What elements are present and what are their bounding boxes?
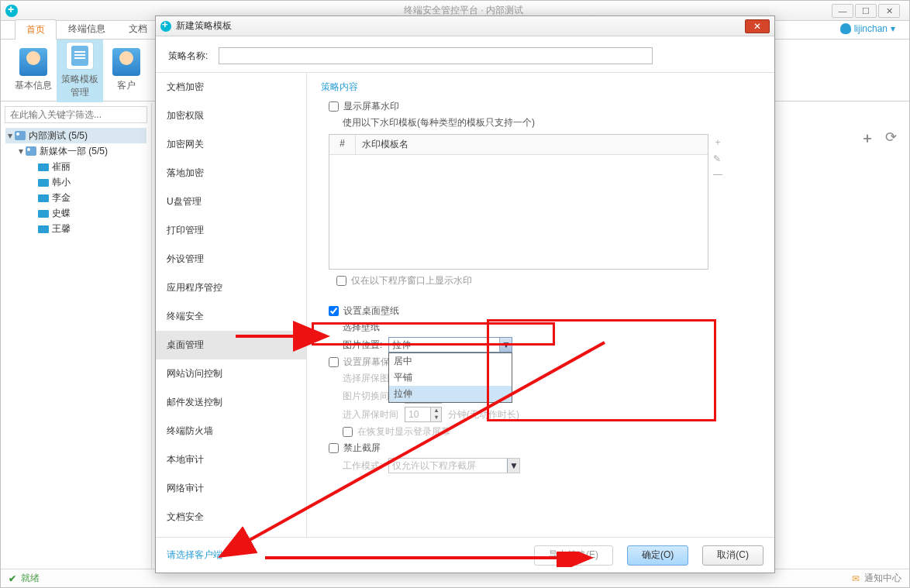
category-item[interactable]: 外设管理	[156, 245, 306, 273]
forbid-screenshot-checkbox[interactable]	[329, 443, 339, 453]
image-position-option[interactable]: 平铺	[389, 370, 512, 386]
category-item[interactable]: 邮件发送控制	[156, 388, 306, 417]
enter-time-stepper[interactable]: 10▴▾	[405, 407, 442, 422]
chevron-down-icon: ▾	[891, 23, 895, 34]
chevron-down-icon: ▼	[507, 459, 519, 473]
envelope-icon: ✉	[852, 573, 860, 584]
category-item[interactable]: 落地加密	[156, 159, 306, 187]
set-wallpaper-label: 设置桌面壁纸	[343, 304, 399, 318]
down-icon[interactable]: ▾	[430, 414, 441, 421]
ribbon-basic-info[interactable]: 基本信息	[10, 45, 57, 95]
wm-col-name: 水印模板名	[356, 135, 415, 154]
tree-leaf[interactable]: 李金	[5, 190, 146, 205]
select-client-link[interactable]: 请选择客户端	[167, 548, 222, 562]
category-item[interactable]: 打印管理	[156, 216, 306, 245]
org-tree: ▾ 内部测试 (5/5) ▾ 新媒体一部 (5/5) 崔丽 韩小 李金 史蝶 王…	[1, 126, 151, 238]
ribbon-basic-label: 基本信息	[13, 79, 53, 92]
policy-name-label: 策略名称:	[168, 50, 208, 63]
category-item[interactable]: 网络审计	[156, 474, 306, 503]
add-icon[interactable]: ＋	[860, 129, 874, 147]
set-wallpaper-checkbox[interactable]	[329, 306, 339, 316]
tab-home[interactable]: 首页	[15, 19, 57, 40]
close-button[interactable]: ✕	[878, 4, 900, 18]
window-controls: — ☐ ✕	[832, 4, 900, 18]
category-list: 文档加密加密权限加密网关落地加密U盘管理打印管理外设管理应用程序管控终端安全桌面…	[156, 73, 307, 537]
person-icon	[19, 48, 47, 76]
tab-terminal[interactable]: 终端信息	[57, 19, 117, 39]
cancel-button[interactable]: 取消(C)	[702, 545, 764, 566]
tree-group-label: 新媒体一部 (5/5)	[40, 145, 108, 158]
category-item[interactable]: 终端安全	[156, 302, 306, 331]
minimize-button[interactable]: —	[832, 4, 853, 18]
tree-leaf[interactable]: 崔丽	[5, 159, 146, 174]
status-text: 就绪	[21, 572, 40, 585]
dialog-close-button[interactable]: ✕	[745, 19, 770, 33]
user-name: lijinchan	[854, 23, 888, 34]
ribbon-policy-template[interactable]: 策略模板管理	[57, 39, 103, 102]
tree-filter-input[interactable]	[5, 106, 147, 123]
maximize-button[interactable]: ☐	[855, 4, 877, 18]
category-item[interactable]: 应用程序管控	[156, 273, 306, 302]
show-watermark-checkbox[interactable]	[329, 101, 339, 112]
tree-leaf[interactable]: 韩小	[5, 174, 146, 190]
watermark-hint: 使用以下水印模板(每种类型的模板只支持一个)	[343, 116, 760, 129]
collapse-icon[interactable]: ▾	[16, 146, 26, 156]
dialog-icon	[160, 21, 171, 32]
set-screensaver-checkbox[interactable]	[329, 357, 339, 367]
collapse-icon[interactable]: ▾	[5, 130, 15, 141]
category-item[interactable]: U盘管理	[156, 187, 306, 216]
ok-button[interactable]: 确定(O)	[627, 545, 688, 566]
policy-name-row: 策略名称:	[156, 36, 774, 72]
category-item[interactable]: 审批流程	[156, 531, 306, 537]
tree-group[interactable]: ▾ 新媒体一部 (5/5)	[5, 143, 146, 159]
policy-name-input[interactable]	[219, 47, 653, 64]
pc-icon	[38, 194, 49, 202]
left-tree-panel: ▾ 内部测试 (5/5) ▾ 新媒体一部 (5/5) 崔丽 韩小 李金 史蝶 王…	[1, 103, 152, 569]
category-item[interactable]: 网站访问控制	[156, 359, 306, 388]
refresh-icon[interactable]: ⟳	[885, 129, 897, 147]
watermark-table: # 水印模板名	[329, 134, 708, 270]
tree-leaf[interactable]: 史蝶	[5, 205, 146, 221]
right-toolbar: ＋ ⟳	[860, 129, 897, 147]
image-position-option[interactable]: 居中	[389, 353, 512, 370]
avatar-icon	[840, 23, 851, 34]
show-login-checkbox[interactable]	[343, 427, 353, 437]
dialog-footer: 请选择客户端 导出策略(E) 确定(O) 取消(C)	[156, 537, 774, 573]
image-position-option[interactable]: 拉伸	[389, 386, 512, 402]
tree-leaf-label: 史蝶	[52, 207, 71, 220]
tab-doc[interactable]: 文档	[117, 19, 159, 39]
group-icon	[15, 131, 26, 140]
work-mode-label: 工作模式:	[343, 459, 382, 473]
chevron-down-icon: ▼	[499, 338, 512, 352]
export-button[interactable]: 导出策略(E)	[534, 545, 613, 566]
ribbon-client[interactable]: 客户	[103, 45, 150, 95]
wm-add-icon[interactable]: ＋	[713, 136, 722, 149]
pc-icon	[38, 163, 49, 171]
tree-leaf-label: 王馨	[52, 222, 71, 236]
person-icon	[112, 48, 140, 76]
clipboard-icon	[66, 42, 94, 70]
pc-icon	[38, 210, 49, 218]
ribbon-client-label: 客户	[106, 79, 146, 92]
category-item[interactable]: 终端防火墙	[156, 417, 306, 445]
image-position-select[interactable]: 拉伸 ▼ 居中 平铺 拉伸	[388, 337, 512, 352]
category-item[interactable]: 加密网关	[156, 130, 306, 159]
group-icon	[26, 146, 36, 156]
tree-leaf-label: 韩小	[52, 176, 71, 189]
only-window-checkbox[interactable]	[336, 276, 346, 286]
wm-edit-icon[interactable]: ✎	[713, 153, 722, 164]
category-item[interactable]: 本地审计	[156, 445, 306, 474]
category-item[interactable]: 加密权限	[156, 101, 306, 130]
category-item[interactable]: 文档安全	[156, 503, 306, 531]
tree-root-label: 内部测试 (5/5)	[29, 129, 88, 143]
tree-leaf[interactable]: 王馨	[5, 221, 146, 236]
user-menu[interactable]: lijinchan ▾	[840, 23, 895, 34]
watermark-side-buttons: ＋ ✎ —	[713, 134, 722, 180]
category-item[interactable]: 桌面管理	[156, 331, 306, 359]
notification-center[interactable]: ✉ 通知中心	[852, 572, 901, 585]
work-mode-select[interactable]: 仅允许以下程序截屏 ▼	[388, 458, 520, 473]
category-item[interactable]: 文档加密	[156, 73, 306, 101]
wm-delete-icon[interactable]: —	[713, 169, 722, 180]
only-window-label: 仅在以下程序窗口上显示水印	[351, 274, 472, 287]
tree-root[interactable]: ▾ 内部测试 (5/5)	[5, 128, 146, 143]
